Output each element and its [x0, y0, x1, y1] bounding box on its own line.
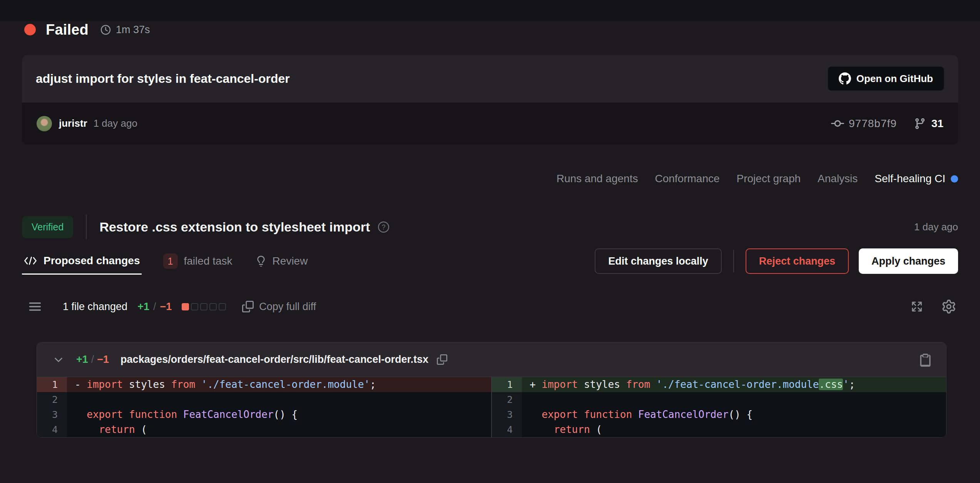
failed-count-badge: 1	[163, 253, 178, 269]
notification-dot	[951, 175, 958, 183]
clock-icon	[100, 24, 111, 35]
line-number: 4	[37, 422, 67, 437]
code-icon	[23, 256, 37, 266]
diff-file-header[interactable]: +1 / −1 packages/orders/feat-cancel-orde…	[37, 342, 946, 377]
line-number: 2	[492, 392, 522, 407]
diff-line: 2	[492, 392, 946, 407]
file-list-menu-icon[interactable]	[28, 301, 42, 312]
code-line: export function FeatCancelOrder() {	[522, 407, 946, 422]
nav-row: Runs and agents Conformance Project grap…	[22, 169, 958, 188]
diff-body: 1- import styles from './feat-cancel-ord…	[37, 377, 946, 437]
commit-sha: 9778b7f9	[849, 117, 897, 130]
code-line: - import styles from './feat-cancel-orde…	[67, 377, 491, 392]
divider	[733, 250, 734, 272]
help-icon[interactable]: ?	[378, 221, 390, 233]
verified-badge: Verified	[22, 216, 73, 238]
code-line: return (	[522, 422, 946, 437]
file-path: packages/orders/feat-cancel-order/src/li…	[120, 354, 428, 366]
code-line	[522, 392, 946, 407]
file-stat-separator: /	[91, 354, 94, 366]
failed-status-dot	[24, 24, 36, 35]
status-label: Failed	[46, 22, 89, 38]
github-icon	[839, 72, 851, 85]
page: Failed 1m 37s adjust import for styles i…	[0, 21, 980, 483]
line-number: 2	[37, 392, 67, 407]
stat-separator: /	[153, 301, 156, 313]
github-button-label: Open on GitHub	[856, 73, 933, 85]
commit-sha-group[interactable]: 9778b7f9	[831, 117, 897, 130]
deletions-count: −1	[160, 301, 172, 313]
diff-block	[209, 303, 217, 310]
reject-changes-button[interactable]: Reject changes	[746, 248, 849, 274]
open-on-github-button[interactable]: Open on GitHub	[828, 66, 944, 91]
edit-changes-locally-button[interactable]: Edit changes locally	[595, 248, 722, 274]
nav-analysis[interactable]: Analysis	[818, 173, 858, 185]
divider	[86, 215, 87, 239]
diff-block	[182, 303, 189, 310]
diff-line: 2	[37, 392, 491, 407]
lightbulb-icon	[256, 256, 266, 267]
svg-text:?: ?	[382, 223, 386, 231]
nav-runs-and-agents[interactable]: Runs and agents	[557, 173, 638, 185]
file-additions: +1	[76, 354, 88, 366]
branch-count: 31	[932, 117, 943, 130]
copy-path-icon[interactable]	[437, 354, 447, 365]
tab-review[interactable]: Review	[254, 248, 309, 275]
files-changed-label: 1 file changed	[63, 301, 127, 313]
line-number: 1	[492, 377, 522, 392]
diff-line: 3 export function FeatCancelOrder() {	[492, 407, 946, 422]
diff-line: 1- import styles from './feat-cancel-ord…	[37, 377, 491, 392]
diff-block	[191, 303, 198, 310]
tab-failed-task-label: failed task	[184, 255, 232, 267]
copy-icon	[242, 301, 254, 312]
tabs-row: Proposed changes 1 failed task Review Ed…	[22, 248, 958, 275]
chevron-down-icon[interactable]	[53, 354, 64, 365]
nav-self-healing-ci-label: Self-healing CI	[875, 173, 945, 185]
commit-time: 1 day ago	[94, 117, 137, 129]
diff-line: 3 export function FeatCancelOrder() {	[37, 407, 491, 422]
nav-project-graph[interactable]: Project graph	[737, 173, 801, 185]
diff-line: 4 return (	[492, 422, 946, 437]
commit-meta: 9778b7f9 31	[831, 117, 943, 130]
diff-block	[219, 303, 226, 310]
line-number: 3	[492, 407, 522, 422]
duration-text: 1m 37s	[116, 24, 150, 36]
commit-card-top: adjust import for styles in feat-cancel-…	[22, 55, 958, 102]
nav-conformance[interactable]: Conformance	[655, 173, 719, 185]
fix-header: Verified Restore .css extension to style…	[22, 213, 958, 241]
fix-time: 1 day ago	[914, 221, 958, 233]
copy-full-diff-label: Copy full diff	[259, 301, 316, 313]
code-line: + import styles from './feat-cancel-orde…	[522, 377, 946, 392]
copy-full-diff-button[interactable]: Copy full diff	[242, 301, 316, 313]
commit-title: adjust import for styles in feat-cancel-…	[36, 72, 828, 86]
tab-failed-task[interactable]: 1 failed task	[162, 248, 234, 275]
toolbar-right-icons	[910, 300, 958, 314]
branch-group[interactable]: 31	[914, 117, 943, 130]
diff-line: 4 return (	[37, 422, 491, 437]
status-row: Failed 1m 37s	[22, 21, 958, 39]
code-line: return (	[67, 422, 491, 437]
line-number: 3	[37, 407, 67, 422]
line-number: 1	[37, 377, 67, 392]
code-line	[67, 392, 491, 407]
author-name: juristr	[59, 117, 87, 129]
diff-line: 1+ import styles from './feat-cancel-ord…	[492, 377, 946, 392]
git-branch-icon	[914, 117, 926, 130]
nav-self-healing-ci[interactable]: Self-healing CI	[875, 173, 958, 185]
gear-icon[interactable]	[942, 300, 956, 314]
diff-blocks	[182, 303, 226, 310]
copy-file-diff-icon[interactable]	[918, 353, 932, 367]
code-line: export function FeatCancelOrder() {	[67, 407, 491, 422]
commit-card: adjust import for styles in feat-cancel-…	[22, 55, 958, 144]
diff-block	[200, 303, 207, 310]
tab-proposed-changes[interactable]: Proposed changes	[22, 248, 142, 275]
commit-card-author-bar: juristr 1 day ago 9778b7f9	[22, 102, 958, 144]
action-buttons: Edit changes locally Reject changes Appl…	[595, 248, 958, 275]
diff-pane-left: 1- import styles from './feat-cancel-ord…	[37, 377, 492, 437]
apply-changes-button[interactable]: Apply changes	[859, 248, 958, 274]
fix-title: Restore .css extension to stylesheet imp…	[99, 220, 370, 235]
additions-count: +1	[137, 301, 149, 313]
diff-card: +1 / −1 packages/orders/feat-cancel-orde…	[37, 342, 947, 438]
expand-icon[interactable]	[910, 300, 923, 313]
tab-review-label: Review	[273, 255, 308, 267]
